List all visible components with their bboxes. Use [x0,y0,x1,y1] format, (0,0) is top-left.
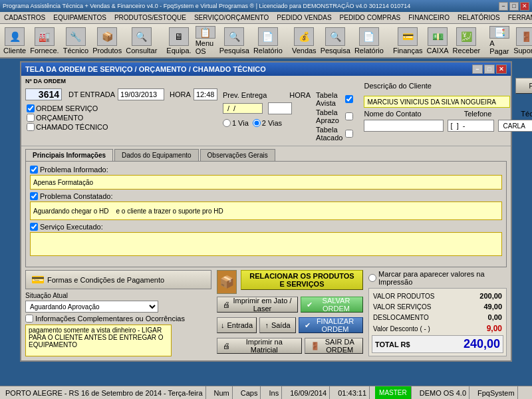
toolbar-icon-11: 📄 [359,27,379,46]
menu-item-equipamentos[interactable]: EQUIPAMENTOS [49,13,110,23]
telefone-input[interactable] [448,120,494,132]
statusbar-fpq: FpqSystem [475,386,518,399]
toolbar-btn-receber[interactable]: 💹Receber [452,25,481,56]
saida-button[interactable]: ↑Saída [259,317,296,333]
minimize-button[interactable]: − [499,2,508,11]
marcar-radio[interactable] [368,274,376,282]
toolbar-icon-7: 🔍 [224,27,244,46]
toolbar-label-10: Pesquisa [321,47,350,55]
dialog-minimize[interactable]: − [472,65,483,74]
toolbar-label-14: Receber [453,47,481,55]
toolbar-btn-relat-rio[interactable]: 📄Relatório [354,25,384,56]
statusbar-ins: Ins [266,386,282,399]
toolbar-label-12: Finanças [393,47,423,55]
info-text-area[interactable]: pagamento somente a vista dinheiro - LIG… [25,325,172,356]
toolbar-icon-1: 🏭 [35,27,55,46]
entrada-button[interactable]: ↓Entrada [217,317,257,333]
statusbar-date: 16/09/2014 [287,386,330,399]
dialog-close[interactable]: ✕ [496,65,507,74]
telefone-label: Telefone [464,110,492,118]
imprimir-matricial-button[interactable]: 🖨Imprimir na Matricial [217,338,302,354]
maximize-button[interactable]: □ [509,2,519,11]
menu-item-servi-o-or-amento[interactable]: SERVIÇO/ORÇAMENTO [190,13,273,23]
imprimir-jato-button[interactable]: 🖨Imprimir em Jato / Laser [217,297,298,313]
orcamento-check[interactable]: ORÇAMENTO [27,114,217,122]
toolbar-btn-t-cnico[interactable]: 🔧Técnico [63,25,90,56]
dt-entrada-input[interactable] [118,88,164,100]
toolbar-icon-15: 📑 [489,26,509,39]
toolbar-btn-produtos[interactable]: 📦Produtos [92,25,122,56]
problema-constatado-input[interactable] [30,201,502,220]
finalizar-button[interactable]: ✔FINALIZAR ORDEM [299,317,363,333]
problema-informado-check[interactable] [30,166,38,174]
pesquisar-cliente-button[interactable]: Pesquisar Cliente [515,78,532,94]
salvar-button[interactable]: ✔SALVAR ORDEM [301,297,363,313]
toolbar-btn-suporte[interactable]: 🚪Suporte [513,25,532,56]
toolbar-btn-menu-os[interactable]: 📋Menu OS [195,25,216,56]
info-check-label: Informações Complementares ou Ocorrência… [35,315,185,323]
toolbar-btn-pesquisa[interactable]: 🔍Pesquisa [320,25,351,56]
toolbar-btn-finan-as[interactable]: 💳Finanças [392,25,424,56]
menu-item-produtos-estoque[interactable]: PRODUTOS/ESTOQUE [110,13,190,23]
toolbar-btn-relat-rio[interactable]: 📄Relatório [253,25,283,56]
tab-observacoes-gerais[interactable]: Observações Gerais [200,149,275,161]
via2-radio[interactable]: 2 Vias [253,119,282,127]
relate-products-button[interactable]: RELACIONAR OS PRODUTOS E SERVIÇOS [241,270,363,290]
toolbar-btn-cliente[interactable]: 👤Cliente [3,25,27,56]
toolbar-icon-3: 📦 [97,27,117,46]
servico-executado-check[interactable] [30,223,38,231]
hora-input[interactable] [194,88,217,100]
order-number-input[interactable] [25,88,62,100]
nome-contato-input[interactable] [364,120,444,132]
toolbar-label-13: CAIXA [427,47,449,55]
via1-radio[interactable]: 1 Via [223,119,249,127]
toolbar-label-15: A Pagar [489,39,509,55]
problema-informado-input[interactable] [30,175,502,190]
valor-produtos-label: VALOR PRODUTOS [373,293,434,300]
sair-button[interactable]: 🚪SAIR DA ORDEM [305,338,363,354]
tab-principais-informacoes[interactable]: Principais Informações [25,149,113,161]
toolbar-btn-a-pagar[interactable]: 📑A Pagar [489,25,510,56]
info-complementares-check[interactable] [25,315,33,323]
statusbar-caps: Caps [238,386,261,399]
products-icon: 📦 [217,270,237,294]
toolbar-btn-caixa[interactable]: 💵CAIXA [426,25,450,56]
statusbar-demo: DEMO OS 4.0 [417,386,469,399]
tab-dados-equipamento[interactable]: Dados do Equipamento [114,149,199,161]
status-bar: PORTO ALEGRE - RS 16 de Setembro de 2014… [0,386,532,399]
toolbar-btn-vendas[interactable]: 💰Vendas [291,25,317,56]
dialog-titlebar: TELA DA ORDEM DE SERVIÇO / ORÇAMENTO / C… [21,63,511,76]
menu-item-ferramentas[interactable]: FERRAMENTAS [504,13,532,23]
toolbar-btn-consultar[interactable]: 🔍Consultar [125,25,158,56]
menu-item-pedido-vendas[interactable]: PEDIDO VENDAS [273,13,335,23]
menu-item-pedido-compras[interactable]: PEDIDO COMPRAS [336,13,405,23]
tabela-avista-check[interactable] [345,95,353,103]
menu-item-cadastros[interactable]: CADASTROS [0,13,49,23]
toolbar-btn-equipa-[interactable]: 🖥Equipa. [166,25,192,56]
menu-item-financeiro[interactable]: FINANCEIRO [404,13,454,23]
tabela-avista-label: Tabela Avista [316,91,342,107]
toolbar-icon-5: 🖥 [169,27,189,46]
tabela-atacado-check[interactable] [345,130,353,138]
customer-name-input[interactable] [364,96,510,108]
tecnico-select[interactable]: CARLA [498,120,532,132]
ordem-servico-check[interactable]: ORDEM SERVIÇO [27,104,217,112]
dialog-maximize[interactable]: □ [484,65,495,74]
payment-button[interactable]: 💳 Formas e Condições de Pagamento [25,270,211,289]
hora2-input[interactable] [268,102,292,114]
tabela-aprazo-check[interactable] [345,112,353,120]
situation-select[interactable]: Aguardando Aprovação Em Andamento Conclu… [25,301,158,313]
toolbar-label-16: Suporte [513,47,532,55]
problema-constatado-check[interactable] [30,192,38,200]
prev-entrega-input[interactable] [223,103,263,114]
chamado-tecnico-check[interactable]: CHAMADO TÉCNICO [27,123,217,131]
valor-desconto-amount: 9,00 [487,324,502,333]
menu-item-relat-rios[interactable]: RELATÓRIOS [454,13,504,23]
nome-contato-label: Nome do Contato [364,110,421,118]
tabs-bar: Principais Informações Dados do Equipame… [21,146,511,161]
toolbar-btn-pesquisa[interactable]: 🔍Pesquisa [219,25,250,56]
close-button[interactable]: ✕ [520,2,529,11]
servico-executado-area[interactable] [30,232,502,256]
marcar-label: Marcar para aparecer valores na Impressã… [378,270,507,286]
toolbar-btn-fornece-[interactable]: 🏭Fornece. [29,25,59,56]
